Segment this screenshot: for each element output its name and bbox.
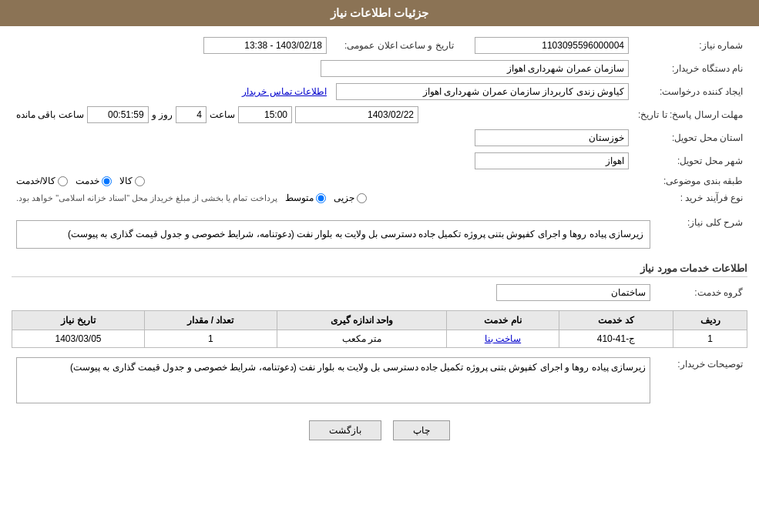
cell-tedad: 1: [145, 330, 277, 348]
grouh-label: گروه خدمت:: [655, 281, 747, 304]
mohlat-saat-input[interactable]: [238, 106, 292, 123]
cell-tarikh: 1403/03/05: [12, 330, 145, 348]
sharh-label: شرح کلی نیاز:: [655, 212, 747, 256]
tabaqe-kala-khidmat-label: کالا/خدمت: [16, 176, 55, 186]
col-tarikh: تاریخ نیاز: [12, 311, 145, 330]
ijad-input[interactable]: [336, 83, 629, 100]
page-title: جزئیات اطلاعات نیاز: [0, 0, 759, 26]
shomara-input[interactable]: [475, 37, 629, 54]
cell-kod: ج-41-410: [559, 330, 673, 348]
nov-mutawaset[interactable]: متوسط: [285, 192, 326, 203]
mohlat-label: مهلت ارسال پاسخ: تا تاریخ:: [633, 103, 747, 126]
nov-mutawaset-radio[interactable]: [316, 193, 326, 203]
tosif-label: توصیحات خریدار:: [655, 354, 747, 409]
nov-jozii[interactable]: جزیی: [334, 192, 367, 203]
tabaqe-khidmat[interactable]: خدمت: [76, 176, 112, 186]
tabaqe-kala-khidmat[interactable]: کالا/خدمت: [16, 176, 68, 186]
nov-mutawaset-label: متوسط: [285, 192, 314, 203]
tabaqe-kala-label: کالا: [119, 176, 133, 186]
nov-desc: پرداخت تمام یا بخشی از مبلغ خریداز محل "…: [16, 193, 277, 203]
tarikh-input[interactable]: [203, 37, 327, 54]
ijad-label: ایجاد کننده درخواست:: [633, 80, 747, 103]
mohlat-roz-input[interactable]: [176, 106, 207, 123]
ostan-input[interactable]: [475, 129, 629, 146]
cell-nam[interactable]: ساخت بنا: [447, 330, 559, 348]
tabaqe-kala[interactable]: کالا: [119, 176, 145, 186]
tabaqe-kala-khidmat-radio[interactable]: [58, 176, 68, 186]
col-tedad: تعداد / مقدار: [145, 311, 277, 330]
mohlat-saat-label: ساعت: [210, 109, 235, 120]
cell-radif: 1: [673, 330, 747, 348]
nov-label: نوع فرآیند خرید :: [633, 189, 747, 206]
col-vahed: واحد اندازه گیری: [277, 311, 446, 330]
cell-vahed: متر مکعب: [277, 330, 446, 348]
footer-buttons: بازگشت چاپ: [12, 420, 747, 440]
services-table: ردیف کد خدمت نام خدمت واحد اندازه گیری ت…: [12, 310, 747, 348]
tabaqe-khidmat-radio[interactable]: [102, 176, 112, 186]
tabaqe-khidmat-label: خدمت: [76, 176, 99, 186]
tarikh-label: تاریخ و ساعت اعلان عمومی:: [331, 34, 458, 57]
ostan-label: استان محل تحویل:: [633, 126, 747, 149]
back-button[interactable]: بازگشت: [309, 420, 381, 440]
services-title: اطلاعات خدمات مورد نیاز: [12, 263, 747, 277]
mohlat-roz-label: روز و: [152, 109, 173, 120]
mohlat-remaining-input[interactable]: [87, 106, 149, 123]
nov-jozii-label: جزیی: [334, 192, 354, 203]
sharh-value: زیرسازی پیاده روها و اجرای کفپوش بتنی پر…: [16, 220, 650, 249]
table-row: 1 ج-41-410 ساخت بنا متر مکعب 1 1403/03/0…: [12, 330, 747, 348]
tabaqe-label: طبقه بندی موضوعی:: [633, 172, 747, 189]
nov-jozii-radio[interactable]: [357, 193, 367, 203]
grouh-input[interactable]: [496, 284, 650, 301]
col-radif: ردیف: [673, 311, 747, 330]
tosif-textarea[interactable]: [16, 357, 650, 403]
shahr-label: شهر محل تحویل:: [633, 149, 747, 172]
nam-dastgah-label: نام دستگاه خریدار:: [633, 57, 747, 80]
tabaqe-kala-radio[interactable]: [135, 176, 145, 186]
shahr-input[interactable]: [475, 152, 629, 169]
mohlat-date-input[interactable]: [295, 106, 418, 123]
nam-dastgah-input[interactable]: [321, 60, 629, 77]
shomara-label: شماره نیاز:: [633, 34, 747, 57]
print-button[interactable]: چاپ: [393, 420, 450, 440]
ettelaat-link[interactable]: اطلاعات تماس خریدار: [242, 86, 327, 97]
mohlat-remaining-label: ساعت باقی مانده: [16, 109, 84, 120]
col-kod: کد خدمت: [559, 311, 673, 330]
col-nam: نام خدمت: [447, 311, 559, 330]
